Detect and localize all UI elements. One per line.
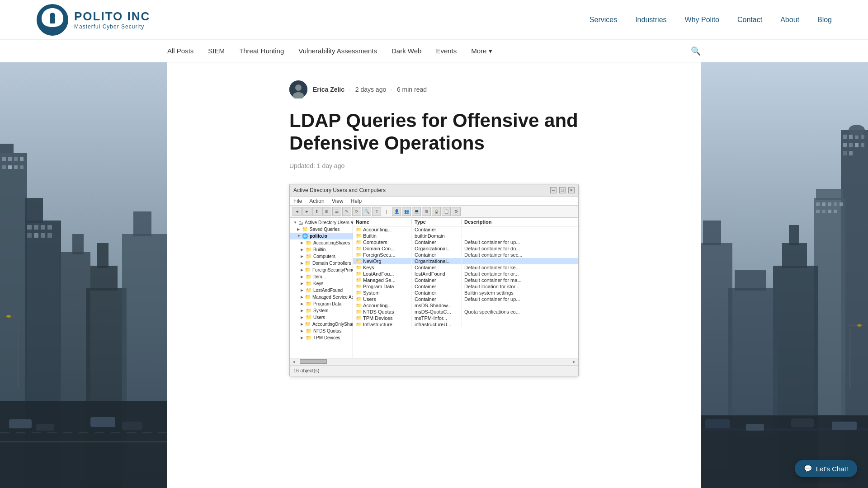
tree-ntds-quotas[interactable]: ▶ 📁 NTDS Quotas	[290, 328, 353, 334]
tree-saved-queries[interactable]: ▶ 📁 Saved Queries	[290, 226, 353, 233]
menu-help[interactable]: Help	[351, 198, 362, 204]
article-updated: Updated: 1 day ago	[289, 162, 579, 169]
win-close-btn[interactable]: ✕	[568, 187, 575, 193]
tb-icon6[interactable]: ?	[372, 207, 381, 216]
tb-icon10[interactable]: 🗑	[422, 207, 431, 216]
tb-icon11[interactable]: 🔒	[432, 207, 441, 216]
table-row[interactable]: 📁Users Container Default container for u…	[353, 296, 578, 302]
table-row[interactable]: 📁System Container Builtin system setting…	[353, 290, 578, 296]
article-title: LDAP Queries for Offensive and Defensive…	[289, 109, 579, 155]
tb-icon9[interactable]: 💻	[412, 207, 421, 216]
table-row[interactable]: 📁NewOrg Organizational...	[353, 258, 578, 264]
table-row[interactable]: 📁Accounting... msDS-Shadow...	[353, 302, 578, 309]
logo-area[interactable]: POLITO INC Masterful Cyber Security	[36, 4, 150, 36]
tb-icon3[interactable]: ✎	[342, 207, 351, 216]
tree-accounting-shares[interactable]: ▶ 📁 AccountingShares	[290, 239, 353, 246]
main-content: Erica Zelic · 2 days ago · 6 min read LD…	[167, 62, 701, 488]
subnav-vuln-assess[interactable]: Vulnerability Assessments	[298, 47, 377, 55]
table-row[interactable]: 📁LostAndFou... lostAndFound Default cont…	[353, 271, 578, 277]
tb-icon[interactable]: ⊞	[322, 207, 331, 216]
table-row[interactable]: 📁NTDS Quotas msDS-QuotaC... Quota specif…	[353, 309, 578, 315]
tree-managed-svc[interactable]: ▶ 📁 Managed Service Accou...	[290, 294, 353, 300]
nav-item-about[interactable]: About	[780, 16, 799, 24]
svg-rect-15	[25, 198, 43, 223]
nav-item-why-polito[interactable]: Why Polito	[685, 16, 719, 24]
win-title-text: Active Directory Users and Computers	[293, 187, 386, 193]
svg-rect-55	[861, 143, 864, 147]
svg-rect-25	[72, 234, 84, 254]
tree-lost-found[interactable]: ▶ 📁 LostAndFound	[290, 287, 353, 294]
tree-computers[interactable]: ▶ 📁 Computers	[290, 253, 353, 260]
tree-domain[interactable]: ▼ 🌐 polito.io	[290, 233, 353, 239]
page-wrapper: Erica Zelic · 2 days ago · 6 min read LD…	[0, 62, 868, 488]
tb-icon7[interactable]: 👤	[392, 207, 401, 216]
subnav-events[interactable]: Events	[436, 47, 457, 55]
tree-builtin[interactable]: ▶ 📁 Builtin	[290, 246, 353, 253]
subnav-threat-hunting[interactable]: Threat Hunting	[239, 47, 284, 55]
table-row[interactable]: 📁Computers Container Default container f…	[353, 239, 578, 245]
tree-domain-controllers[interactable]: ▶ 📁 Domain Controllers	[290, 260, 353, 267]
svg-rect-63	[816, 210, 820, 213]
tree-foreign-security[interactable]: ▶ 📁 ForeignSecurityPrincipal...	[290, 267, 353, 273]
table-row[interactable]: 📁Domain Con... Organizational... Default…	[353, 245, 578, 252]
tb-sep: |	[382, 207, 391, 216]
svg-rect-35	[9, 419, 32, 428]
tree-root[interactable]: ▼ 🗂 Active Directory Users and Com	[290, 220, 353, 226]
win-toolbar: ◄ ► ⬆ ⊞ ☰ ✎ ⟳ 🔍 ? | 👤 👥 💻 🗑 🔒 📋 ⚙	[290, 206, 578, 218]
tb-icon2[interactable]: ☰	[332, 207, 341, 216]
table-row[interactable]: 📁Keys Container Default container for ke…	[353, 264, 578, 271]
table-row[interactable]: 📁Program Data Container Default location…	[353, 283, 578, 290]
subnav-more[interactable]: More ▾	[471, 47, 492, 55]
subnav-dark-web[interactable]: Dark Web	[392, 47, 421, 55]
chat-widget[interactable]: 💬 Let's Chat!	[795, 460, 857, 477]
svg-rect-6	[2, 157, 6, 161]
menu-view[interactable]: View	[332, 198, 344, 204]
tb-icon13[interactable]: ⚙	[452, 207, 461, 216]
tree-tpm-devices[interactable]: ▶ 📁 TPM Devices	[290, 334, 353, 341]
col-desc-header: Description	[462, 219, 578, 225]
win-hscroll: ◄ ►	[290, 358, 578, 365]
svg-rect-82	[746, 424, 764, 431]
table-row[interactable]: 📁Accounting... Container	[353, 226, 578, 233]
tree-item7[interactable]: ▶ 📁 Item...	[290, 273, 353, 280]
table-row[interactable]: 📁Infrastructure infrastructureU...	[353, 321, 578, 328]
svg-point-42	[295, 84, 302, 91]
svg-rect-60	[828, 202, 831, 206]
tb-back[interactable]: ◄	[292, 207, 302, 216]
nav-item-services[interactable]: Services	[590, 16, 617, 24]
tb-icon8[interactable]: 👥	[402, 207, 411, 216]
nav-item-blog[interactable]: Blog	[817, 16, 832, 24]
hscroll-thumb[interactable]	[300, 359, 327, 364]
svg-rect-51	[861, 135, 864, 139]
nav-item-industries[interactable]: Industries	[635, 16, 666, 24]
svg-rect-68	[782, 243, 807, 268]
table-row[interactable]: 📁Builtin builtinDomain	[353, 233, 578, 239]
search-icon[interactable]: 🔍	[691, 46, 701, 56]
author-row: Erica Zelic · 2 days ago · 6 min read	[289, 80, 579, 99]
table-row[interactable]: 📁Managed Se... Container Default contain…	[353, 277, 578, 283]
svg-rect-66	[834, 210, 837, 213]
tb-forward[interactable]: ►	[302, 207, 311, 216]
tree-accounting-only[interactable]: ▶ 📁 AccountingOnlyShares	[290, 321, 353, 328]
tree-keys[interactable]: ▶ 📁 Keys	[290, 280, 353, 287]
win-maximize-btn[interactable]: □	[559, 187, 566, 193]
tree-system[interactable]: ▶ 📁 System	[290, 307, 353, 314]
menu-file[interactable]: File	[293, 198, 302, 204]
subnav-siem[interactable]: SIEM	[208, 47, 225, 55]
tb-icon4[interactable]: ⟳	[352, 207, 361, 216]
menu-action[interactable]: Action	[309, 198, 324, 204]
tree-users[interactable]: ▶ 📁 Users	[290, 314, 353, 321]
svg-rect-37	[90, 417, 115, 427]
status-text: 16 object(s)	[293, 368, 319, 373]
svg-rect-20	[27, 233, 32, 238]
subnav-all-posts[interactable]: All Posts	[167, 47, 193, 55]
table-row[interactable]: 📁TPM Devices msTPM-Infor...	[353, 315, 578, 321]
tb-icon5[interactable]: 🔍	[362, 207, 371, 216]
win-minimize-btn[interactable]: ─	[550, 187, 557, 193]
tb-icon12[interactable]: 📋	[442, 207, 451, 216]
nav-item-contact[interactable]: Contact	[737, 16, 762, 24]
table-row[interactable]: 📁ForeignSecu... Container Default contai…	[353, 252, 578, 258]
tb-up[interactable]: ⬆	[312, 207, 321, 216]
tree-program-data[interactable]: ▶ 📁 Program Data	[290, 300, 353, 307]
svg-rect-64	[822, 210, 826, 213]
